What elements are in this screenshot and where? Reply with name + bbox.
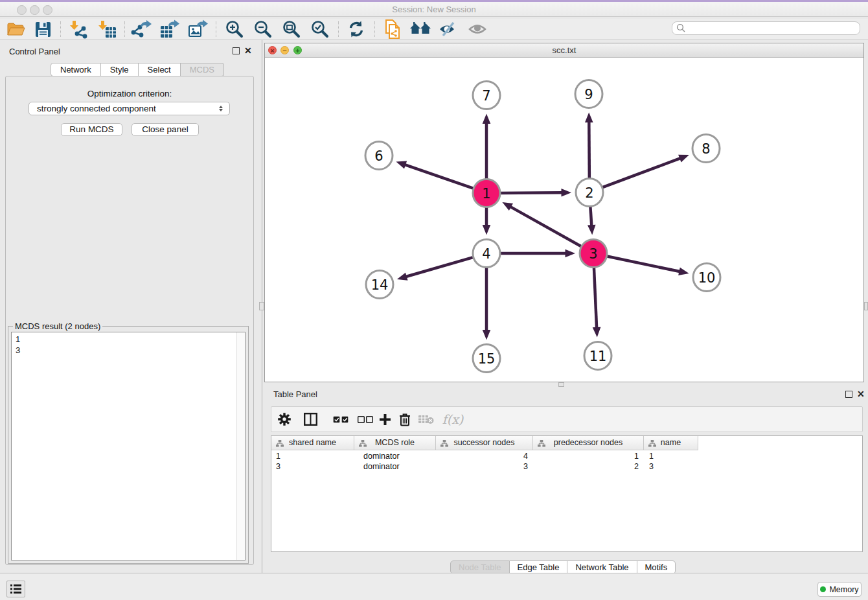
network-minimize-button[interactable]: − — [280, 46, 289, 54]
search-input[interactable] — [672, 21, 860, 35]
panel-divider-handle[interactable] — [259, 302, 264, 310]
close-window-button[interactable] — [17, 5, 27, 15]
optimization-select[interactable]: strongly connected component — [29, 102, 230, 115]
column-header-name[interactable]: name — [644, 436, 698, 450]
zoom-in-icon[interactable] — [223, 19, 246, 39]
graph-edge-2-3[interactable] — [590, 204, 591, 226]
svg-text:2: 2 — [585, 185, 593, 201]
memory-button[interactable]: Memory — [817, 582, 862, 597]
import-network-icon[interactable] — [67, 19, 91, 39]
column-header-MCDS-role[interactable]: MCDS role — [354, 436, 436, 450]
column-header-predecessor-nodes[interactable]: predecessor nodes — [533, 436, 644, 450]
cell-successor[interactable]: 4 — [523, 451, 528, 461]
cell-successor[interactable]: 3 — [523, 461, 528, 472]
cell-mcds_role[interactable]: dominator — [363, 451, 400, 461]
graph-node-6[interactable]: 6 — [365, 142, 393, 170]
cell-name[interactable]: 3 — [649, 461, 654, 472]
column-header-shared-name[interactable]: shared name — [271, 436, 354, 450]
svg-text:11: 11 — [589, 349, 607, 364]
graph-edge-3-10[interactable] — [605, 256, 681, 271]
graph-node-8[interactable]: 8 — [692, 135, 720, 163]
graph-edge-1-6[interactable] — [404, 165, 475, 189]
open-session-icon[interactable] — [4, 19, 27, 39]
graph-edge-3-1[interactable] — [510, 207, 583, 248]
hide-unhide-icon[interactable] — [437, 19, 460, 39]
zoom-selected-icon[interactable] — [308, 19, 332, 39]
tab-edge-table[interactable]: Edge Table — [510, 560, 568, 574]
graph-node-3[interactable]: 3 — [580, 240, 607, 268]
show-hidden-icon[interactable] — [466, 19, 489, 39]
add-column-icon[interactable] — [375, 407, 394, 432]
delete-column-icon[interactable] — [395, 407, 415, 432]
graph-node-7[interactable]: 7 — [473, 82, 500, 110]
graph-edge-2-9[interactable] — [589, 121, 589, 181]
cell-mcds_role[interactable]: dominator — [363, 461, 400, 472]
task-history-button[interactable] — [6, 581, 25, 597]
table-float-icon[interactable] — [845, 391, 852, 398]
graph-node-10[interactable]: 10 — [693, 264, 720, 292]
delete-table-icon[interactable] — [416, 407, 437, 432]
tab-select[interactable]: Select — [139, 63, 181, 76]
horizontal-divider-handle[interactable] — [558, 382, 564, 387]
import-table-icon[interactable] — [96, 19, 119, 39]
float-panel-icon[interactable] — [233, 47, 240, 54]
mcds-result-group: MCDS result (2 nodes) 1 3 — [8, 326, 249, 564]
graph-node-1[interactable]: 1 — [473, 179, 500, 207]
home-layout-icon[interactable] — [409, 19, 432, 39]
graph-edge-2-8[interactable] — [600, 158, 681, 189]
cell-shared_name[interactable]: 3 — [276, 461, 280, 472]
table-settings-icon[interactable] — [275, 407, 294, 432]
select-all-icon[interactable] — [330, 407, 351, 432]
table-row-3[interactable]: 3dominator323 — [271, 461, 863, 472]
tab-mcds[interactable]: MCDS — [181, 63, 224, 76]
minimize-window-button[interactable] — [30, 5, 40, 15]
cell-predecessor[interactable]: 1 — [634, 451, 639, 461]
graph-node-2[interactable]: 2 — [576, 179, 603, 207]
export-image-icon[interactable] — [187, 19, 210, 39]
graph-edge-3-11[interactable] — [594, 265, 597, 329]
clone-network-icon[interactable] — [381, 19, 404, 39]
close-panel-icon[interactable]: ✕ — [244, 45, 252, 56]
graph-node-9[interactable]: 9 — [575, 80, 602, 108]
table-row-1[interactable]: 1dominator411 — [271, 451, 863, 461]
network-canvas[interactable]: 7968124314101511 — [265, 58, 863, 382]
cell-name[interactable]: 1 — [649, 451, 654, 461]
cell-shared_name[interactable]: 1 — [276, 451, 280, 461]
save-session-icon[interactable] — [31, 19, 54, 39]
run-mcds-button[interactable]: Run MCDS — [61, 123, 122, 136]
close-panel-button[interactable]: Close panel — [131, 123, 199, 136]
mcds-result-box: 1 3 — [11, 332, 246, 560]
table-panel-title: Table Panel — [273, 389, 317, 399]
graph-node-4[interactable]: 4 — [473, 240, 500, 268]
tab-style[interactable]: Style — [101, 63, 139, 76]
tab-node-table[interactable]: Node Table — [450, 560, 510, 574]
cell-predecessor[interactable]: 2 — [634, 461, 639, 472]
zoom-fit-icon[interactable] — [280, 19, 303, 39]
network-window-titlebar[interactable]: × − + scc.txt — [265, 43, 863, 58]
zoom-window-button[interactable] — [43, 5, 52, 15]
graph-node-14[interactable]: 14 — [366, 271, 393, 299]
graph-node-15[interactable]: 15 — [473, 345, 500, 373]
tab-motifs[interactable]: Motifs — [637, 560, 676, 574]
node-table[interactable]: shared nameMCDS rolesuccessor nodesprede… — [271, 435, 863, 552]
zoom-out-icon[interactable] — [251, 19, 275, 39]
network-close-button[interactable]: × — [268, 46, 277, 54]
column-header-successor-nodes[interactable]: successor nodes — [436, 436, 533, 450]
graph-node-11[interactable]: 11 — [584, 342, 611, 370]
graph-edge-arrow — [585, 112, 593, 122]
mcds-result-scrollbar[interactable] — [236, 332, 245, 560]
tab-network-table[interactable]: Network Table — [567, 560, 637, 574]
graph-edge-4-14[interactable] — [405, 257, 475, 277]
table-close-icon[interactable]: ✕ — [857, 389, 865, 399]
deselect-all-icon[interactable] — [355, 407, 376, 432]
export-table-icon[interactable] — [158, 19, 181, 39]
column-label: predecessor nodes — [533, 436, 643, 450]
svg-text:8: 8 — [702, 141, 710, 157]
refresh-icon[interactable] — [345, 19, 368, 39]
network-maximize-button[interactable]: + — [293, 46, 302, 54]
right-divider-handle[interactable] — [864, 302, 868, 310]
export-network-icon[interactable] — [130, 19, 153, 39]
tab-network[interactable]: Network — [51, 63, 101, 76]
show-columns-icon[interactable] — [301, 407, 320, 432]
graph-edge-1-2[interactable] — [498, 192, 563, 193]
